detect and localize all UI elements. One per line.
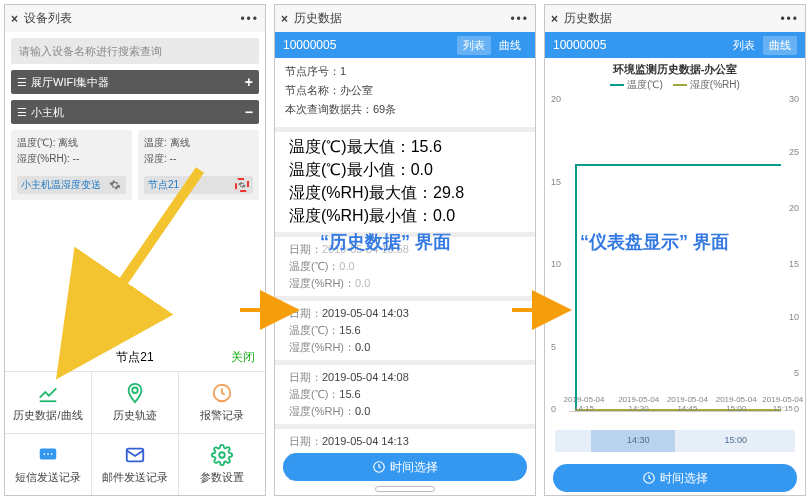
- close-icon[interactable]: ×: [551, 12, 558, 26]
- group-wifi[interactable]: ☰ 展厅WIFI集中器 +: [11, 70, 259, 94]
- gear-icon[interactable]: [235, 178, 249, 192]
- history-record: 日期：2019-05-04 14:03温度(℃)：15.6湿度(%RH)：0.0: [275, 296, 535, 360]
- annotation-dashboard: “仪表盘显示” 界面: [580, 230, 729, 254]
- annotation-history: “历史数据” 界面: [320, 230, 451, 254]
- summary-block: 温度(℃)最大值：15.6 温度(℃)最小值：0.0 湿度(%RH)最大值：29…: [275, 127, 535, 232]
- time-scrubber[interactable]: 14:30 15:00: [555, 430, 795, 452]
- history-record: 日期：2019-05-04 14:08温度(℃)：15.6湿度(%RH)：0.0: [275, 360, 535, 424]
- tab-list[interactable]: 列表: [457, 36, 491, 55]
- tab-curve[interactable]: 曲线: [763, 36, 797, 55]
- search-input[interactable]: 请输入设备名称进行搜索查询: [11, 38, 259, 64]
- svg-point-7: [219, 452, 225, 458]
- sheet-title: 节点21: [116, 349, 153, 366]
- chart-title: 环境监测历史数据-办公室: [545, 62, 805, 77]
- group-host[interactable]: ☰ 小主机 −: [11, 100, 259, 124]
- device-id-bar: 10000005 列表 曲线: [275, 32, 535, 58]
- home-indicator: [375, 486, 435, 492]
- svg-point-4: [47, 453, 49, 455]
- meta-block: 节点序号：1 节点名称：办公室 本次查询数据共：69条: [275, 58, 535, 127]
- more-icon[interactable]: •••: [510, 12, 529, 26]
- panel1-header: × 设备列表 •••: [5, 5, 265, 32]
- tab-list[interactable]: 列表: [727, 36, 761, 55]
- device-id-bar: 10000005 列表 曲线: [545, 32, 805, 58]
- tab-curve[interactable]: 曲线: [493, 36, 527, 55]
- sheet-close[interactable]: 关闭: [231, 349, 255, 366]
- cell-track[interactable]: 历史轨迹: [92, 372, 178, 433]
- svg-line-10: [90, 170, 200, 330]
- more-icon[interactable]: •••: [240, 12, 259, 26]
- arrow-down-icon: [60, 160, 220, 350]
- panel1-title: 设备列表: [24, 10, 72, 27]
- svg-point-5: [51, 453, 53, 455]
- cell-history[interactable]: 历史数据/曲线: [5, 372, 91, 433]
- close-icon[interactable]: ×: [281, 12, 288, 26]
- arrow-right-icon: [240, 300, 290, 320]
- svg-point-0: [132, 388, 138, 394]
- more-icon[interactable]: •••: [780, 12, 799, 26]
- action-sheet: 节点21 关闭 历史数据/曲线 历史轨迹 报警记录 短信发送记: [5, 344, 265, 495]
- time-select-button[interactable]: 时间选择: [553, 464, 797, 492]
- close-icon[interactable]: ×: [11, 12, 18, 26]
- chart-legend: 温度(℃) 湿度(%RH): [545, 78, 805, 92]
- cell-sms[interactable]: 短信发送记录: [5, 434, 91, 495]
- panel2-title: 历史数据: [294, 10, 342, 27]
- cell-mail[interactable]: 邮件发送记录: [92, 434, 178, 495]
- cell-param[interactable]: 参数设置: [179, 434, 265, 495]
- panel2-header: × 历史数据 •••: [275, 5, 535, 32]
- time-select-button[interactable]: 时间选择: [283, 453, 527, 481]
- cell-alarm[interactable]: 报警记录: [179, 372, 265, 433]
- panel3-header: × 历史数据 •••: [545, 5, 805, 32]
- arrow-right-icon: [512, 300, 562, 320]
- chart-area: 20151050 302520151050 2019-05-0414:15 20…: [549, 94, 801, 424]
- panel3-title: 历史数据: [564, 10, 612, 27]
- svg-point-3: [43, 453, 45, 455]
